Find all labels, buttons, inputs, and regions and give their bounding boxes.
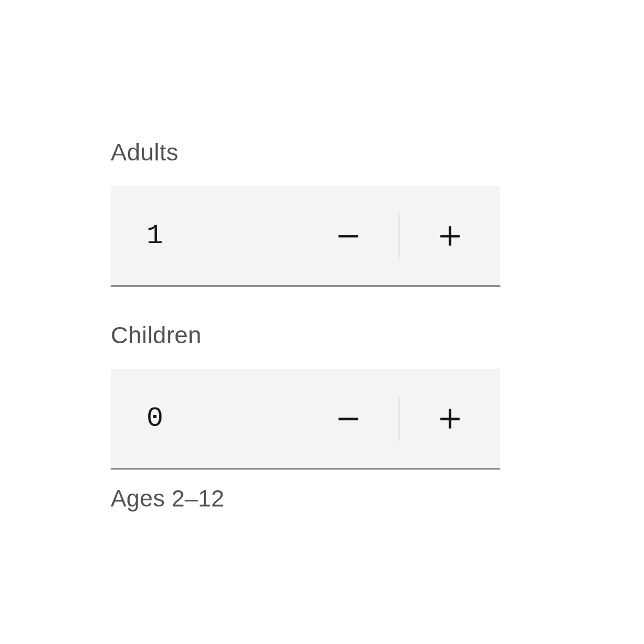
adults-stepper-group: Adults 1	[111, 139, 500, 287]
children-helper-text: Ages 2–12	[111, 485, 500, 512]
minus-icon	[333, 403, 364, 434]
plus-icon	[434, 220, 466, 252]
svg-rect-3	[339, 418, 358, 420]
svg-rect-2	[449, 226, 451, 245]
svg-rect-0	[339, 235, 358, 237]
children-controls	[298, 369, 500, 468]
adults-controls	[298, 186, 500, 285]
adults-value: 1	[111, 220, 298, 252]
svg-rect-5	[449, 409, 451, 428]
adults-stepper: 1	[111, 186, 500, 287]
children-decrement-button[interactable]	[298, 369, 399, 468]
children-stepper: 0	[111, 369, 500, 470]
adults-decrement-button[interactable]	[298, 186, 399, 285]
children-label: Children	[111, 321, 500, 349]
children-value: 0	[111, 402, 298, 434]
minus-icon	[333, 220, 364, 252]
plus-icon	[434, 403, 466, 434]
adults-increment-button[interactable]	[400, 186, 500, 285]
children-stepper-group: Children 0 Ages 2–12	[111, 321, 500, 512]
adults-label: Adults	[111, 139, 500, 166]
children-increment-button[interactable]	[400, 369, 500, 468]
